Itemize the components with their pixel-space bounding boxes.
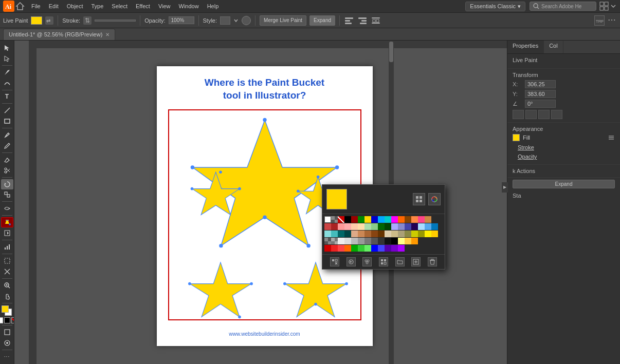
cp-swatch[interactable] bbox=[378, 238, 385, 244]
pencil-tool-button[interactable] bbox=[1, 141, 13, 151]
cp-swatch[interactable] bbox=[338, 223, 344, 230]
cp-delete-button[interactable] bbox=[428, 257, 437, 266]
foreground-color-swatch[interactable] bbox=[2, 305, 9, 313]
cp-swatch[interactable] bbox=[385, 216, 391, 223]
cp-swatch[interactable] bbox=[391, 245, 398, 252]
cp-swatch[interactable] bbox=[331, 223, 338, 230]
y-value[interactable]: 383.60 bbox=[525, 90, 556, 98]
cp-swatch[interactable] bbox=[351, 238, 358, 244]
cp-swatch[interactable] bbox=[371, 231, 378, 237]
tab-close-button[interactable]: ✕ bbox=[105, 32, 110, 37]
scale-tool-button[interactable] bbox=[1, 190, 13, 200]
cp-swatch[interactable] bbox=[391, 216, 398, 223]
workspace-selector[interactable]: Essentials Classic ▾ bbox=[465, 2, 525, 11]
cp-swatch[interactable] bbox=[411, 216, 418, 223]
menu-effect[interactable]: Effect bbox=[132, 2, 154, 10]
stroke-value[interactable] bbox=[95, 20, 136, 22]
cp-swatch[interactable] bbox=[391, 238, 398, 244]
panel-expand-button[interactable]: Expand bbox=[513, 180, 615, 188]
white-swatch[interactable] bbox=[0, 317, 3, 323]
cp-swatch[interactable] bbox=[338, 238, 344, 244]
cp-swatch[interactable] bbox=[344, 231, 351, 237]
cp-swatch-libraries-button[interactable] bbox=[379, 257, 388, 266]
menu-object[interactable]: Object bbox=[63, 2, 87, 10]
cp-swatch[interactable] bbox=[344, 245, 351, 252]
opacity-value[interactable]: 100% bbox=[169, 16, 194, 24]
cp-swatch[interactable] bbox=[324, 231, 331, 237]
more-options-icon[interactable]: ⋯ bbox=[607, 15, 617, 26]
cp-swatch[interactable] bbox=[405, 238, 411, 244]
transform-panel-icon[interactable]: TRF bbox=[594, 15, 605, 26]
cp-swatch[interactable] bbox=[378, 231, 385, 237]
more-tools-button[interactable]: ··· bbox=[1, 352, 13, 362]
cp-swatch[interactable] bbox=[418, 223, 425, 230]
menu-view[interactable]: View bbox=[155, 2, 174, 10]
live-paint-selection-button[interactable] bbox=[1, 228, 13, 238]
cp-swatch[interactable] bbox=[378, 216, 385, 223]
cp-swatch[interactable] bbox=[411, 223, 418, 230]
cp-swatch[interactable] bbox=[344, 223, 351, 230]
live-paint-bucket-button[interactable] bbox=[1, 217, 13, 227]
cp-selected-color[interactable] bbox=[326, 189, 347, 209]
cp-swatch-red-cross[interactable] bbox=[338, 216, 344, 223]
home-icon[interactable] bbox=[15, 2, 25, 11]
stroke-up-icon[interactable]: ⇅ bbox=[83, 16, 92, 25]
cp-swatch[interactable] bbox=[398, 216, 405, 223]
bar-chart-tool-button[interactable] bbox=[1, 242, 13, 252]
cp-color-group-button[interactable] bbox=[362, 257, 372, 266]
cp-swatch[interactable] bbox=[331, 245, 338, 252]
cp-swatch[interactable] bbox=[371, 245, 378, 252]
document-tab[interactable]: Untitled-1* @ 52.56% (RGB/Preview) ✕ bbox=[3, 29, 115, 40]
cp-swatch[interactable] bbox=[324, 245, 331, 252]
cp-swatch[interactable] bbox=[398, 223, 405, 230]
cp-new-button[interactable] bbox=[411, 257, 421, 266]
color-tab[interactable]: Col bbox=[544, 41, 563, 53]
cp-swatch[interactable] bbox=[364, 245, 371, 252]
cp-swatch[interactable] bbox=[364, 216, 371, 223]
cp-swatch[interactable] bbox=[324, 223, 331, 230]
line-tool-button[interactable] bbox=[1, 105, 13, 116]
properties-tab[interactable]: Properties bbox=[507, 41, 544, 53]
cp-swatch[interactable] bbox=[331, 231, 338, 237]
scroll-thumb[interactable] bbox=[389, 42, 393, 62]
stroke-label[interactable]: Stroke bbox=[518, 144, 534, 150]
cp-swatch[interactable] bbox=[364, 238, 371, 244]
cp-color-wheel-button[interactable] bbox=[428, 193, 441, 205]
menu-type[interactable]: Type bbox=[88, 2, 107, 10]
cp-swatch[interactable] bbox=[358, 216, 364, 223]
rectangle-tool-button[interactable] bbox=[1, 116, 13, 126]
cp-swatch[interactable] bbox=[344, 216, 351, 223]
cp-folder-button[interactable] bbox=[395, 257, 405, 266]
cp-swatch[interactable] bbox=[371, 223, 378, 230]
cp-select-button[interactable] bbox=[347, 257, 356, 266]
cp-swatch[interactable] bbox=[398, 231, 405, 237]
fill-swatch[interactable] bbox=[513, 134, 520, 141]
cp-swatch[interactable] bbox=[418, 216, 425, 223]
cp-swatch[interactable] bbox=[351, 216, 358, 223]
cp-swatch[interactable] bbox=[364, 223, 371, 230]
cp-swatch[interactable] bbox=[351, 245, 358, 252]
cp-swatch[interactable] bbox=[431, 231, 438, 237]
arrange-icon[interactable] bbox=[599, 2, 609, 11]
paintbrush-tool-button[interactable] bbox=[1, 130, 13, 140]
cp-swatch[interactable] bbox=[385, 245, 391, 252]
draw-inside-button[interactable] bbox=[1, 338, 13, 348]
chevron-down-icon[interactable] bbox=[610, 3, 617, 10]
cp-swatch[interactable] bbox=[344, 238, 351, 244]
cp-swatch[interactable] bbox=[358, 245, 364, 252]
flip-h-button[interactable] bbox=[525, 110, 537, 119]
screen-mode-button[interactable] bbox=[1, 327, 13, 337]
cp-swatch[interactable] bbox=[358, 238, 364, 244]
cp-swatch[interactable] bbox=[338, 231, 344, 237]
fill-color-swatch[interactable] bbox=[31, 16, 42, 25]
warp-tool-button[interactable] bbox=[1, 203, 13, 214]
align-left-icon[interactable] bbox=[344, 15, 354, 26]
cp-swatch[interactable] bbox=[371, 216, 378, 223]
cp-swatch-checker2[interactable] bbox=[324, 238, 331, 244]
globe-icon[interactable] bbox=[242, 16, 251, 25]
cp-swatch[interactable] bbox=[418, 231, 425, 237]
cp-swatch[interactable] bbox=[431, 223, 438, 230]
cp-swatch[interactable] bbox=[398, 238, 405, 244]
cp-add-swatch-button[interactable] bbox=[330, 257, 339, 266]
distribute-icon[interactable] bbox=[371, 15, 381, 26]
